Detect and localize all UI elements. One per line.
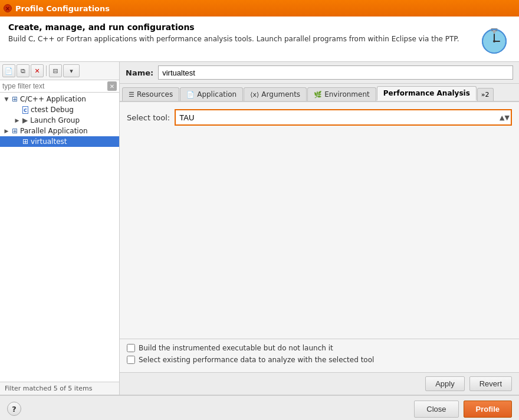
- tree-item-virtualtest[interactable]: ⊞ virtualtest: [0, 136, 119, 147]
- tree-item-cpp-application[interactable]: ▼ ⊞ C/C++ Application: [0, 94, 119, 104]
- tab-performance-analysis[interactable]: Performance Analysis: [377, 86, 477, 101]
- header-icon: [478, 22, 511, 55]
- build-instrumented-label: Build the instrumented executable but do…: [139, 344, 333, 352]
- profile-button[interactable]: Profile: [464, 401, 512, 418]
- select-tool-label: Select tool:: [127, 113, 170, 122]
- stopwatch-icon: [479, 24, 510, 54]
- title-bar: × Profile Configurations: [0, 0, 519, 17]
- sidebar-status: Filter matched 5 of 5 items: [0, 382, 119, 395]
- environment-icon: 🌿: [314, 91, 322, 99]
- clear-icon: ✕: [110, 83, 114, 90]
- checkboxes-area: Build the instrumented executable but do…: [120, 339, 519, 372]
- name-bar: Name:: [120, 62, 519, 84]
- tabs-bar: ☰ Resources 📄 Application ⟨x⟩ Arguments …: [120, 84, 519, 102]
- expand-icon-parallel: ▶: [4, 128, 9, 134]
- tab-application[interactable]: 📄 Application: [180, 87, 243, 101]
- checkbox-row-1: Build the instrumented executable but do…: [127, 344, 512, 352]
- name-label: Name:: [126, 68, 153, 77]
- delete-config-button[interactable]: ✕: [31, 64, 44, 77]
- right-panel: Name: ☰ Resources 📄 Application ⟨x⟩ Argu…: [120, 62, 519, 395]
- dialog-bottom-bar: ? Close Profile: [0, 395, 519, 420]
- resources-label: Resources: [137, 90, 173, 99]
- tab-environment[interactable]: 🌿 Environment: [307, 87, 376, 101]
- main-content: 📄 ⧉ ✕ ⊟ ▾ ✕ ▼: [0, 62, 519, 395]
- select-existing-data-checkbox[interactable]: [127, 356, 135, 364]
- expand-icon: ▼: [4, 96, 9, 102]
- duplicate-config-button[interactable]: ⧉: [17, 64, 29, 77]
- performance-label: Performance Analysis: [383, 89, 470, 97]
- ctest-icon: c: [22, 106, 28, 114]
- select-tool-row: Select tool: TAU Vampir Score-P ▲▼: [127, 109, 512, 126]
- parallel-application-label: Parallel Application: [20, 127, 88, 135]
- header-heading: Create, manage, and run configurations: [8, 22, 459, 32]
- checkbox-row-2: Select existing performance data to anal…: [127, 356, 512, 364]
- tree-item-launch-group[interactable]: ▶ ▶ Launch Group: [0, 115, 119, 126]
- revert-button[interactable]: Revert: [469, 376, 512, 391]
- header-text: Create, manage, and run configurations B…: [8, 22, 459, 44]
- virtualtest-label: virtualtest: [31, 137, 67, 146]
- expand-placeholder: [14, 107, 20, 113]
- filter-clear-button[interactable]: ✕: [107, 81, 117, 91]
- svg-point-5: [493, 40, 495, 42]
- select-existing-data-label: Select existing performance data to anal…: [139, 356, 374, 364]
- header-area: Create, manage, and run configurations B…: [0, 17, 519, 62]
- view-menu-icon: ▾: [70, 67, 73, 75]
- launch-group-label: Launch Group: [30, 116, 80, 124]
- more-tabs-label: »2: [481, 91, 490, 99]
- close-button[interactable]: Close: [414, 401, 458, 418]
- sidebar: 📄 ⧉ ✕ ⊟ ▾ ✕ ▼: [0, 62, 120, 395]
- header-description: Build C, C++ or Fortran applications wit…: [8, 34, 459, 44]
- application-icon: 📄: [186, 91, 195, 99]
- window-title: Profile Configurations: [15, 4, 515, 13]
- tree-item-ctest-debug[interactable]: c ctest Debug: [0, 104, 119, 115]
- virtualtest-icon: ⊞: [22, 137, 28, 146]
- tree-item-parallel-application[interactable]: ▶ ⊞ Parallel Application: [0, 126, 119, 136]
- tab-resources[interactable]: ☰ Resources: [122, 87, 179, 101]
- sidebar-toolbar: 📄 ⧉ ✕ ⊟ ▾: [0, 62, 119, 80]
- tab-more-button[interactable]: »2: [477, 88, 494, 101]
- application-label: Application: [197, 90, 236, 99]
- cpp-app-icon: ⊞: [12, 95, 18, 103]
- close-icon: ×: [5, 5, 10, 12]
- help-button[interactable]: ?: [7, 402, 21, 416]
- view-menu-button[interactable]: ▾: [63, 64, 80, 77]
- tab-content-performance: Select tool: TAU Vampir Score-P ▲▼: [120, 102, 519, 339]
- arguments-label: Arguments: [261, 90, 300, 99]
- tree-area: ▼ ⊞ C/C++ Application c ctest Debug ▶ ▶ …: [0, 93, 119, 382]
- name-input[interactable]: [158, 65, 513, 80]
- filter-box: ✕: [0, 80, 119, 93]
- expand-placeholder-vt: [14, 139, 20, 145]
- collapse-icon: ⊟: [52, 67, 58, 75]
- build-instrumented-checkbox[interactable]: [127, 344, 135, 352]
- resources-icon: ☰: [129, 91, 134, 99]
- duplicate-icon: ⧉: [21, 67, 25, 75]
- tool-combo-wrapper: TAU Vampir Score-P ▲▼: [175, 109, 512, 126]
- parallel-app-icon: ⊞: [12, 127, 18, 135]
- expand-icon-launch: ▶: [14, 117, 20, 123]
- panel-buttons: Apply Revert: [120, 372, 519, 395]
- delete-icon: ✕: [34, 67, 40, 75]
- tab-arguments[interactable]: ⟨x⟩ Arguments: [244, 87, 307, 101]
- environment-label: Environment: [324, 90, 370, 99]
- arguments-icon: ⟨x⟩: [250, 91, 259, 99]
- toolbar-separator: [46, 65, 47, 76]
- collapse-all-button[interactable]: ⊟: [49, 64, 62, 77]
- cpp-application-label: C/C++ Application: [20, 95, 86, 103]
- close-window-button[interactable]: ×: [4, 4, 12, 12]
- new-icon: 📄: [5, 67, 13, 75]
- dialog-action-buttons: Close Profile: [414, 401, 512, 418]
- filter-input[interactable]: [2, 82, 107, 90]
- launch-group-icon: ▶: [22, 116, 28, 124]
- new-config-button[interactable]: 📄: [2, 64, 15, 77]
- tool-select[interactable]: TAU Vampir Score-P: [175, 109, 512, 126]
- ctest-debug-label: ctest Debug: [31, 106, 74, 114]
- apply-button[interactable]: Apply: [425, 376, 465, 391]
